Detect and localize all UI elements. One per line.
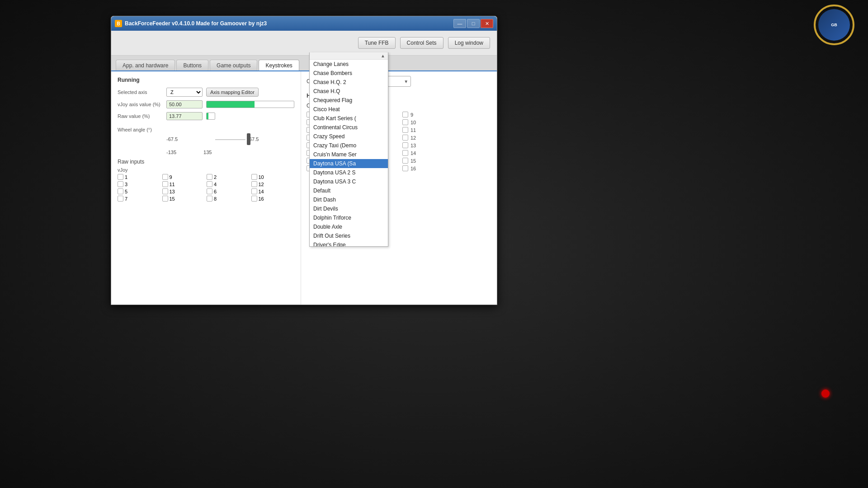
checkbox-8[interactable] bbox=[207, 196, 212, 202]
minimize-button[interactable]: — bbox=[453, 19, 466, 28]
axis-mapping-editor-button[interactable]: Axis mapping Editor bbox=[206, 88, 259, 97]
list-item-change-lanes[interactable]: Change Lanes bbox=[310, 60, 388, 69]
input-row-8: 8 bbox=[207, 196, 250, 202]
maximize-button[interactable]: □ bbox=[467, 19, 480, 28]
status-label: Running bbox=[118, 77, 294, 83]
tab-app-hardware[interactable]: App. and hardware bbox=[116, 60, 175, 70]
vjoy-progress-fill bbox=[207, 101, 255, 108]
input-label-4: 4 bbox=[214, 182, 217, 187]
wheel-min-val: -67.5 bbox=[166, 136, 212, 142]
list-item-default[interactable]: Default bbox=[310, 186, 388, 195]
list-item-crazy-speed[interactable]: Crazy Speed bbox=[310, 132, 388, 141]
output-checkbox-12[interactable] bbox=[402, 135, 408, 141]
tab-game-outputs[interactable]: Game outputs bbox=[210, 60, 257, 70]
selected-axis-label: Selected axis bbox=[118, 89, 163, 95]
angle-max: 135 bbox=[203, 150, 212, 155]
logo-text: GB bbox=[831, 23, 837, 27]
list-item-chase-hq[interactable]: Chase H.Q bbox=[310, 87, 388, 96]
dropdown-open-list: ▲ Change Lanes Chase Bombers Chase H.Q. … bbox=[309, 52, 388, 247]
output-checkbox-15[interactable] bbox=[402, 158, 408, 164]
output-checkbox-9[interactable] bbox=[402, 112, 408, 117]
list-item-drift-out[interactable]: Drift Out Series bbox=[310, 231, 388, 240]
input-label-16: 16 bbox=[259, 196, 264, 202]
list-item-drivers-edge[interactable]: Driver's Edge bbox=[310, 240, 388, 247]
output-checkbox-10[interactable] bbox=[402, 119, 408, 125]
input-label-12: 12 bbox=[259, 182, 264, 187]
output-label-13: 13 bbox=[410, 143, 416, 148]
checkbox-6[interactable] bbox=[207, 188, 212, 194]
checkbox-7[interactable] bbox=[118, 196, 123, 202]
checkbox-10[interactable] bbox=[251, 174, 257, 180]
wheel-label: Wheel angle (°) bbox=[118, 127, 294, 132]
scroll-up-indicator: ▲ bbox=[310, 52, 388, 60]
control-sets-button[interactable]: Control Sets bbox=[400, 37, 443, 49]
selected-axis-select[interactable]: Z X Y bbox=[166, 88, 203, 97]
output-checkbox-14[interactable] bbox=[402, 150, 408, 156]
log-window-button[interactable]: Log window bbox=[448, 37, 490, 49]
wheel-thumb bbox=[247, 133, 250, 145]
checkbox-14[interactable] bbox=[251, 188, 257, 194]
checkbox-16[interactable] bbox=[251, 196, 257, 202]
input-row-1: 1 bbox=[118, 174, 161, 180]
raw-value-input[interactable] bbox=[166, 112, 203, 120]
wheel-line bbox=[215, 139, 245, 140]
input-row-15: 15 bbox=[162, 196, 206, 202]
vjoy-axis-row: vJoy axis value (%) bbox=[118, 100, 294, 108]
list-item-daytona-usa-3[interactable]: Daytona USA 3 C bbox=[310, 177, 388, 186]
input-row-9: 9 bbox=[162, 174, 206, 180]
output-row-14: 14 bbox=[402, 150, 491, 156]
output-row-16: 16 bbox=[402, 165, 491, 171]
vjoy-axis-label: vJoy axis value (%) bbox=[118, 102, 163, 107]
list-item-chase-bombers[interactable]: Chase Bombers bbox=[310, 69, 388, 78]
app-icon: B bbox=[115, 20, 122, 27]
list-item-daytona-usa-2[interactable]: Daytona USA 2 S bbox=[310, 168, 388, 177]
input-row-4: 4 bbox=[207, 181, 250, 187]
list-item-dolphin-triforce[interactable]: Dolphin Triforce bbox=[310, 213, 388, 222]
output-checkbox-13[interactable] bbox=[402, 142, 408, 148]
checkbox-11[interactable] bbox=[162, 181, 168, 187]
list-item-cruisn[interactable]: Cruis'n Mame Ser bbox=[310, 150, 388, 159]
list-item-double-axle[interactable]: Double Axle bbox=[310, 222, 388, 231]
output-row-13: 13 bbox=[402, 142, 491, 148]
checkbox-4[interactable] bbox=[207, 181, 212, 187]
list-item-continental-circus[interactable]: Continental Circus bbox=[310, 123, 388, 132]
checkbox-12[interactable] bbox=[251, 181, 257, 187]
list-item-chequered-flag[interactable]: Chequered Flag bbox=[310, 96, 388, 105]
vjoy-progress-bar bbox=[206, 101, 294, 108]
input-label-7: 7 bbox=[125, 196, 127, 202]
vjoy-label: vJoy bbox=[118, 167, 294, 173]
vjoy-axis-input[interactable] bbox=[166, 100, 203, 108]
input-row-5: 5 bbox=[118, 188, 161, 194]
list-item-chase-hq2[interactable]: Chase H.Q. 2 bbox=[310, 78, 388, 87]
checkbox-15[interactable] bbox=[162, 196, 168, 202]
list-item-club-kart[interactable]: Club Kart Series ( bbox=[310, 114, 388, 123]
checkbox-13[interactable] bbox=[162, 188, 168, 194]
list-item-crazy-taxi[interactable]: Crazy Taxi (Demo bbox=[310, 141, 388, 150]
output-row-11: 11 bbox=[402, 127, 491, 133]
checkbox-2[interactable] bbox=[207, 174, 212, 180]
checkbox-5[interactable] bbox=[118, 188, 123, 194]
selected-axis-row: Selected axis Z X Y Axis mapping Editor bbox=[118, 88, 294, 97]
close-button[interactable]: ✕ bbox=[481, 19, 493, 28]
tab-buttons[interactable]: Buttons bbox=[176, 60, 208, 70]
title-bar: B BackForceFeeder v0.4.10.0 Made for Gam… bbox=[111, 16, 497, 31]
output-checkbox-11[interactable] bbox=[402, 127, 408, 133]
wheel-track[interactable] bbox=[215, 132, 245, 146]
input-label-9: 9 bbox=[170, 174, 172, 180]
main-window: B BackForceFeeder v0.4.10.0 Made for Gam… bbox=[111, 16, 497, 305]
checkbox-3[interactable] bbox=[118, 181, 123, 187]
window-title: BackForceFeeder v0.4.10.0 Made for Gamoo… bbox=[125, 20, 453, 27]
checkbox-9[interactable] bbox=[162, 174, 168, 180]
tune-ffb-button[interactable]: Tune FFB bbox=[358, 37, 396, 49]
input-row-7: 7 bbox=[118, 196, 161, 202]
list-item-cisco-heat[interactable]: Cisco Heat bbox=[310, 105, 388, 114]
list-item-dirt-devils[interactable]: Dirt Devils bbox=[310, 204, 388, 213]
scroll-up-arrow[interactable]: ▲ bbox=[381, 53, 385, 58]
list-item-dirt-dash[interactable]: Dirt Dash bbox=[310, 195, 388, 204]
output-label-9: 9 bbox=[410, 112, 413, 117]
checkbox-1[interactable] bbox=[118, 174, 123, 180]
input-row-12: 12 bbox=[251, 181, 295, 187]
output-checkbox-16[interactable] bbox=[402, 165, 408, 171]
list-item-daytona-usa[interactable]: Daytona USA (Sa bbox=[310, 159, 388, 168]
tab-keystrokes[interactable]: Keystrokes bbox=[259, 60, 299, 70]
